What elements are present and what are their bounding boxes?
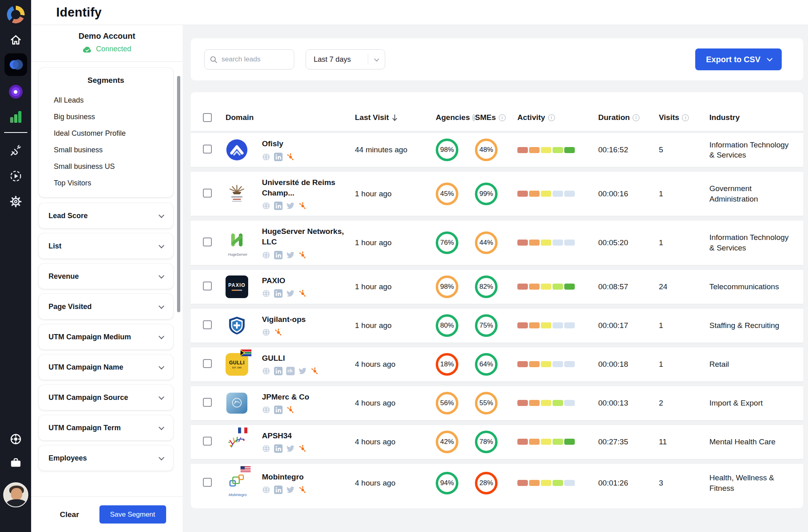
col-last-visit[interactable]: Last Visit: [355, 113, 436, 122]
company-name[interactable]: Ofisly: [262, 139, 355, 149]
linkedin-icon[interactable]: [274, 486, 283, 494]
twitter-icon[interactable]: [298, 367, 307, 375]
table-row[interactable]: HugeServerHugeServer Networks, LLC1 hour…: [191, 221, 803, 265]
col-domain[interactable]: Domain: [226, 113, 355, 122]
table-row[interactable]: Université de Reims Champ...1 hour ago45…: [191, 172, 803, 216]
table-row[interactable]: Ofisly44 minutes ago98%48%00:16:525Infor…: [191, 133, 803, 167]
row-checkbox[interactable]: [203, 320, 212, 329]
settings-gear-icon[interactable]: [9, 195, 22, 208]
audiences-icon[interactable]: [9, 85, 23, 99]
home-icon[interactable]: [10, 35, 21, 45]
segment-item-top-visitors[interactable]: Top Visitors: [39, 175, 173, 191]
globe-icon[interactable]: [262, 153, 270, 161]
filter-section-utm-campaign-term[interactable]: UTM Campaign Term: [39, 415, 173, 440]
profile-avatar[interactable]: [3, 482, 28, 507]
twitter-icon[interactable]: [286, 444, 295, 453]
globe-icon[interactable]: [262, 486, 270, 494]
help-lifering-icon[interactable]: [10, 433, 22, 445]
twitter-icon[interactable]: [286, 251, 295, 259]
globe-icon[interactable]: [262, 202, 270, 210]
clear-button[interactable]: Clear: [60, 510, 79, 519]
row-checkbox[interactable]: [203, 189, 212, 198]
hubspot-icon[interactable]: [298, 486, 307, 494]
globe-icon[interactable]: [262, 367, 270, 375]
workspace-briefcase-icon[interactable]: [10, 457, 21, 468]
table-row[interactable]: PAXIOPAXIO1 hour ago98%82%00:08:5724Tele…: [191, 270, 803, 304]
company-name[interactable]: PAXIO: [262, 275, 355, 286]
filter-section-utm-campaign-name[interactable]: UTM Campaign Name: [39, 355, 173, 380]
crunchbase-icon[interactable]: [286, 367, 295, 375]
table-row[interactable]: MobintegroMobintegro4 hours ago94%28%00:…: [191, 464, 803, 503]
company-name[interactable]: APSH34: [262, 431, 355, 441]
row-checkbox[interactable]: [203, 359, 212, 368]
row-checkbox[interactable]: [203, 282, 212, 290]
table-row[interactable]: APSH344 hours ago42%78%00:27:3511Mental …: [191, 425, 803, 459]
company-name[interactable]: Vigilant-ops: [262, 314, 355, 325]
info-icon[interactable]: [548, 114, 555, 121]
integrations-plug-icon[interactable]: [9, 144, 22, 157]
globe-icon[interactable]: [262, 406, 270, 414]
filter-section-employees[interactable]: Employees: [39, 446, 173, 471]
hubspot-icon[interactable]: [298, 289, 307, 298]
export-csv-button[interactable]: Export to CSV: [695, 48, 782, 70]
globe-icon[interactable]: [262, 328, 270, 336]
info-icon[interactable]: [499, 114, 506, 121]
linkedin-icon[interactable]: [274, 444, 283, 453]
info-icon[interactable]: [682, 114, 689, 121]
linkedin-icon[interactable]: [274, 202, 283, 210]
col-agencies[interactable]: Agencies: [436, 113, 475, 122]
hubspot-icon[interactable]: [310, 367, 319, 375]
col-activity[interactable]: Activity: [517, 113, 590, 122]
globe-icon[interactable]: [262, 444, 270, 453]
segment-item-ideal-customer-profile[interactable]: Ideal Customer Profile: [39, 125, 173, 142]
col-smes[interactable]: SMEs: [475, 113, 517, 122]
hubspot-icon[interactable]: [298, 444, 307, 453]
search-input[interactable]: [222, 55, 282, 63]
app-logo-icon[interactable]: [7, 6, 25, 23]
filter-section-list[interactable]: List: [39, 233, 173, 259]
row-checkbox[interactable]: [203, 398, 212, 407]
segment-item-big-business[interactable]: Big business: [39, 109, 173, 125]
table-row[interactable]: GULLIEST. 1980GULLI4 hours ago18%64%00:0…: [191, 347, 803, 381]
company-name[interactable]: Mobintegro: [262, 472, 355, 482]
segment-item-small-business-us[interactable]: Small business US: [39, 158, 173, 175]
twitter-icon[interactable]: [286, 289, 295, 298]
linkedin-icon[interactable]: [274, 406, 283, 414]
info-icon[interactable]: [633, 114, 639, 121]
filter-section-revenue[interactable]: Revenue: [39, 264, 173, 289]
globe-icon[interactable]: [262, 251, 270, 259]
linkedin-icon[interactable]: [274, 153, 283, 161]
col-visits[interactable]: Visits: [659, 113, 709, 122]
row-checkbox[interactable]: [203, 478, 212, 487]
hubspot-icon[interactable]: [286, 153, 295, 161]
hubspot-icon[interactable]: [298, 202, 307, 210]
twitter-icon[interactable]: [286, 202, 295, 210]
company-name[interactable]: JPMerc & Co: [262, 392, 355, 402]
row-checkbox[interactable]: [203, 238, 212, 246]
row-checkbox[interactable]: [203, 145, 212, 154]
analytics-icon[interactable]: [10, 111, 21, 123]
date-range-select[interactable]: Last 7 days: [306, 49, 385, 69]
col-industry[interactable]: Industry: [709, 113, 793, 122]
linkedin-icon[interactable]: [274, 251, 283, 259]
segment-item-all-leads[interactable]: All Leads: [39, 92, 173, 109]
company-name[interactable]: GULLI: [262, 353, 355, 364]
globe-icon[interactable]: [262, 289, 270, 298]
row-checkbox[interactable]: [203, 437, 212, 446]
company-name[interactable]: HugeServer Networks, LLC: [262, 226, 355, 247]
hubspot-icon[interactable]: [298, 251, 307, 259]
sidebar-scrollbar[interactable]: [177, 76, 180, 312]
filter-section-lead-score[interactable]: Lead Score: [39, 203, 173, 228]
identify-nav-active[interactable]: [4, 53, 27, 76]
col-duration[interactable]: Duration: [590, 113, 659, 122]
segment-item-small-business[interactable]: Small business: [39, 142, 173, 158]
twitter-icon[interactable]: [286, 486, 295, 494]
filter-section-utm-campaign-medium[interactable]: UTM Campaign Medium: [39, 324, 173, 349]
save-segment-button[interactable]: Save Segment: [99, 505, 166, 524]
hubspot-icon[interactable]: [286, 406, 295, 414]
hubspot-icon[interactable]: [274, 328, 283, 336]
select-all-checkbox[interactable]: [203, 113, 212, 122]
filter-section-utm-campaign-source[interactable]: UTM Campaign Source: [39, 385, 173, 410]
session-replay-icon[interactable]: [9, 170, 22, 183]
company-name[interactable]: Université de Reims Champ...: [262, 177, 355, 198]
